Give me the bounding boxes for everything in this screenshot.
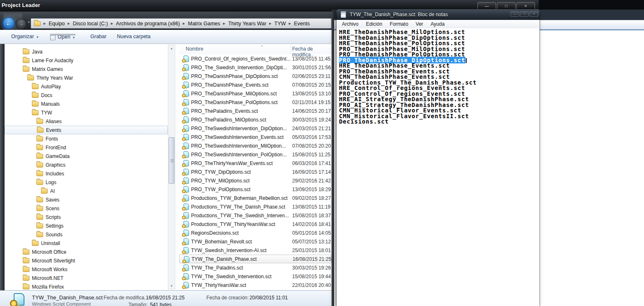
breadcrumb-item[interactable]: Matrix Games xyxy=(188,21,220,27)
sidebar-tree-item[interactable]: Fonts xyxy=(5,134,168,143)
script-file-icon xyxy=(184,177,189,184)
scrollbar-thumb[interactable] xyxy=(169,137,174,184)
new-folder-button[interactable]: Nueva carpeta xyxy=(117,34,150,39)
file-row[interactable]: PRO_TheDanishPhase_DipOptions.sct 02/06/… xyxy=(179,72,332,80)
breadcrumb-item[interactable]: Archivos de programa (x86) xyxy=(116,21,180,27)
file-row[interactable]: PRO_TheThirtyYearsWar_Events.sct 06/03/2… xyxy=(179,159,332,168)
sidebar-tree-item[interactable]: GameData xyxy=(5,152,168,160)
sidebar-tree-item[interactable]: Microsoft Office xyxy=(5,248,168,256)
menu-item-ver[interactable]: Ver xyxy=(412,21,427,27)
folder-icon xyxy=(36,232,43,237)
file-row[interactable]: PRO_TYW_MilOptions.sct 29/02/2016 21:42 xyxy=(179,176,332,185)
file-row[interactable]: PRO_TheSwedishIntervention_PolOption... … xyxy=(179,150,332,159)
menu-item-archivo[interactable]: Archivo xyxy=(338,21,362,27)
details-modified-value: 16/08/2015 21:25 xyxy=(146,295,184,301)
file-row[interactable]: RegionsDecisions.sct 05/01/2016 14:05 xyxy=(179,228,332,237)
sidebar-tree-item[interactable]: Mozilla Firefox xyxy=(5,282,168,290)
file-date-modified: 02/06/2015 23:11 xyxy=(292,73,331,79)
file-row[interactable]: PRO_TheDanishPhase_Events.sct 07/08/2015… xyxy=(179,80,332,89)
menu-item-edición[interactable]: Edición xyxy=(362,21,386,27)
file-row[interactable]: PRO_TheSwedishIntervention_Events.sct 05… xyxy=(179,133,332,141)
text-caret xyxy=(466,58,467,63)
navigation-tree: Java Lame For Audacity Matrix Games Thir… xyxy=(5,44,168,290)
organize-button[interactable]: Organizar ▼ xyxy=(11,34,39,39)
file-row[interactable]: Productions_TYW_ThirtyYearsWar.sct 14/02… xyxy=(179,220,332,228)
sidebar-tree-item[interactable]: AutoPlay xyxy=(5,82,168,91)
file-row[interactable]: TYW_The_Swedish_Intervention.sct 15/08/2… xyxy=(179,272,332,281)
file-row[interactable]: PRO_ThePaladins_MilOptions.sct 30/03/201… xyxy=(179,115,332,124)
file-row[interactable]: PRO_TheSwedishIntervention_DipOption... … xyxy=(179,124,332,133)
menu-item-formato[interactable]: Formato xyxy=(386,21,412,27)
sidebar-tree-item[interactable]: Includes xyxy=(5,169,168,178)
close-button[interactable]: × xyxy=(530,11,538,17)
column-separator[interactable] xyxy=(290,45,291,53)
sidebar-tree-item[interactable]: Events xyxy=(5,126,168,134)
file-row[interactable]: TYW_Swedish_Intervention-AI.sct 25/01/20… xyxy=(179,246,332,255)
sidebar-tree-item[interactable]: Settings xyxy=(5,221,168,230)
sidebar-tree-item[interactable]: Java xyxy=(5,47,168,56)
sidebar-tree-item[interactable]: Logs xyxy=(5,178,168,187)
history-dropdown-icon[interactable]: ▼ xyxy=(27,21,30,24)
file-row[interactable]: TYW_ThirtyYearsWar.sct 22/01/2016 20:40 xyxy=(179,281,332,289)
breadcrumb-item[interactable]: Equipo xyxy=(48,21,65,27)
file-row[interactable]: Productions_TYW_The_Danish_Phase.sct 13/… xyxy=(179,202,332,211)
breadcrumb-item[interactable]: TYW xyxy=(274,21,286,27)
sidebar-tree-item[interactable]: Scripts xyxy=(5,213,168,221)
scroll-down-icon[interactable]: ▼ xyxy=(168,283,175,289)
sidebar-tree-item[interactable]: Sounds xyxy=(5,230,168,239)
menu-item-ayuda[interactable]: Ayuda xyxy=(427,21,448,27)
sidebar-tree-item[interactable]: Docs xyxy=(5,91,168,100)
breadcrumb-item[interactable]: Thirty Years War xyxy=(228,21,266,27)
details-pane: TYW_The_Danish_Phase.sct Windows Script … xyxy=(0,290,334,306)
sidebar-tree-item[interactable]: Scens xyxy=(5,204,168,213)
minimize-button[interactable]: — xyxy=(511,11,519,17)
file-row[interactable]: PRO_TheSwedishIntervention_MilOption... … xyxy=(179,141,332,150)
file-date-modified: 05/07/2015 13:12 xyxy=(292,239,331,245)
sidebar-tree-item[interactable]: Uninstall xyxy=(5,239,168,248)
file-row[interactable]: PRO_TYW_DipOptions.sct 16/09/2015 17:14 xyxy=(179,168,332,176)
sidebar-tree-item[interactable]: Saves xyxy=(5,195,168,204)
sidebar-tree-item[interactable]: Manuals xyxy=(5,100,168,108)
file-row[interactable]: PRO_ThePaladins_Events.sct 14/06/2015 20… xyxy=(179,107,332,115)
sidebar-tree-item[interactable]: Microsoft Silverlight xyxy=(5,256,168,265)
sidebar-tree-item[interactable]: Matrix Games xyxy=(5,65,168,73)
folder-icon xyxy=(32,93,39,98)
column-header-name[interactable]: Nombre xyxy=(186,46,203,52)
file-name: PRO_TheSwedishIntervention_MilOption... xyxy=(191,143,286,149)
sidebar-tree-item[interactable]: Aliases xyxy=(5,117,168,126)
sidebar-tree-item[interactable]: AI xyxy=(5,187,168,195)
file-row[interactable]: TYW_The_Danish_Phase.sct 16/08/2015 21:2… xyxy=(179,255,332,263)
notepad-title: TYW_The_Danish_Phase.sct: Bloc de notas xyxy=(350,12,448,17)
breadcrumb-item[interactable]: Events xyxy=(294,21,310,27)
file-row[interactable]: PRO_The_Swedish_Intervention_DipOpti... … xyxy=(179,63,332,72)
notepad-titlebar[interactable]: TYW_The_Danish_Phase.sct: Bloc de notas … xyxy=(337,9,540,20)
tree-scrollbar[interactable]: ▲ ▼ xyxy=(168,45,175,289)
file-name: PRO_ThePaladins_MilOptions.sct xyxy=(191,117,266,123)
file-row[interactable]: PRO_TYW_PolOptions.sct 13/09/2015 18:29 xyxy=(179,185,332,194)
address-bar[interactable]: ▶Equipo▶Disco local (C:)▶Archivos de pro… xyxy=(31,18,332,29)
maximize-button[interactable]: □ xyxy=(520,11,529,17)
file-row[interactable]: PRO_TheDanishPhase_MilOptions.sct 13/08/… xyxy=(179,89,332,98)
file-row[interactable]: PRO_Control_Of_regions_Events_SwedInt...… xyxy=(179,54,332,63)
sidebar-tree-item[interactable]: Microsoft Works xyxy=(5,265,168,274)
back-button[interactable]: ← xyxy=(2,17,15,29)
notepad-text-area[interactable]: HRE_TheDanishPhase_MilOptions.sctHRE_The… xyxy=(337,28,540,306)
file-row[interactable]: Productions_TYW_Bohemian_Rebellion.sct 0… xyxy=(179,194,332,202)
sidebar-tree-item[interactable]: Graphics xyxy=(5,160,168,169)
open-button[interactable]: Open ▼ xyxy=(50,34,75,40)
sidebar-tree-item[interactable]: Lame For Audacity xyxy=(5,56,168,65)
file-row[interactable]: PRO_TheDanishPhase_PolOptions.sct 02/11/… xyxy=(179,98,332,107)
file-rows: PRO_Control_Of_regions_Events_SwedInt...… xyxy=(179,54,332,289)
forward-button[interactable]: → xyxy=(16,19,27,29)
sidebar-tree-item[interactable]: TYW xyxy=(5,108,168,117)
file-name: PRO_TheSwedishIntervention_DipOption... xyxy=(191,126,287,131)
burn-button[interactable]: Grabar xyxy=(90,34,107,39)
file-row[interactable]: Productions_TYW_The_Swedish_Interven... … xyxy=(179,211,332,220)
scroll-up-icon[interactable]: ▲ xyxy=(168,45,175,51)
sidebar-tree-item[interactable]: Microsoft.NET xyxy=(5,274,168,282)
breadcrumb-item[interactable]: Disco local (C:) xyxy=(73,21,108,27)
sidebar-tree-item[interactable]: Thirty Years War xyxy=(5,73,168,82)
sidebar-tree-item[interactable]: FrontEnd xyxy=(5,143,168,152)
file-row[interactable]: TYW_Bohemian_Revolt.sct 05/07/2015 13:12 xyxy=(179,237,332,246)
file-row[interactable]: TYW_The_Paladins.sct 30/03/2015 19:26 xyxy=(179,263,332,272)
